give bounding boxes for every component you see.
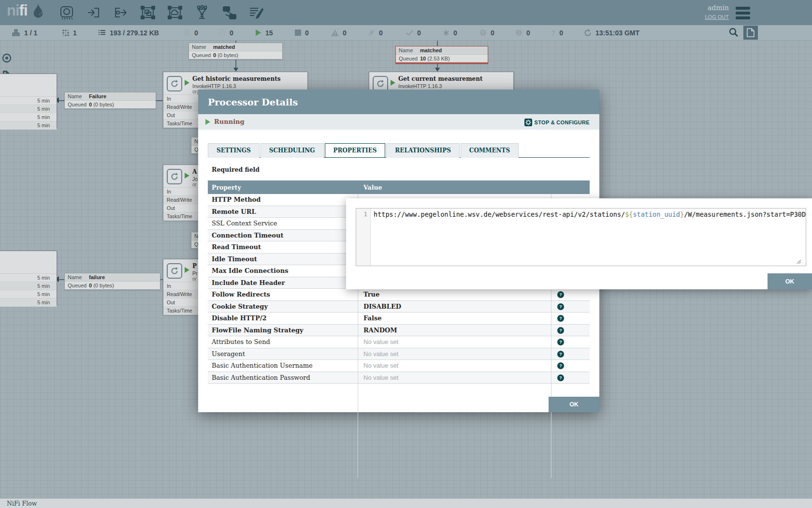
property-row: Follow Redirects?True [208, 289, 590, 301]
property-name: Follow Redirects [208, 291, 358, 298]
property-name: Basic Authentication Username [208, 362, 358, 369]
help-icon[interactable]: ? [557, 327, 564, 334]
property-row: Disable HTTP/2?False [208, 313, 590, 325]
property-value[interactable]: DISABLED [358, 303, 401, 310]
property-name: Useragent [208, 350, 358, 358]
dialog-title: Processor Details [208, 97, 298, 107]
tab-properties[interactable]: PROPERTIES [325, 143, 386, 158]
tab-relationships[interactable]: RELATIONSHIPS [386, 143, 459, 158]
property-name: SSL Context Service [208, 220, 358, 227]
help-icon[interactable]: ? [557, 374, 564, 381]
help-icon[interactable]: ? [557, 362, 564, 369]
stop-and-configure-button[interactable]: STOP & CONFIGURE [524, 119, 590, 126]
property-value[interactable]: No value set [358, 350, 398, 358]
help-icon[interactable]: ? [557, 315, 564, 322]
property-row: Useragent?No value set [208, 348, 590, 360]
property-name: Attributes to Send [208, 338, 358, 345]
required-field-note: Required field [212, 166, 260, 173]
stop-configure-icon [524, 119, 532, 126]
property-row: Attributes to Send?No value set [208, 336, 590, 348]
running-icon [205, 119, 210, 125]
help-icon[interactable]: ? [557, 291, 564, 298]
tab-scheduling[interactable]: SCHEDULING [261, 143, 324, 158]
property-value[interactable]: No value set [358, 362, 398, 369]
property-name: Include Date Header [208, 279, 358, 286]
tab-comments[interactable]: COMMENTS [461, 143, 519, 158]
remote-url-value[interactable]: https://www.pegelonline.wsv.de/webservic… [371, 209, 806, 266]
resize-handle-icon[interactable] [797, 259, 801, 264]
column-value: Value [358, 184, 382, 191]
column-property: Property [208, 184, 358, 191]
editor-ok-button[interactable]: OK [768, 273, 812, 289]
tab-settings[interactable]: SETTINGS [208, 143, 260, 158]
value-editor[interactable]: 1 https://www.pegelonline.wsv.de/webserv… [356, 208, 806, 266]
dialog-header: Processor Details [198, 90, 599, 114]
table-header: Property Value [208, 180, 590, 194]
property-name: HTTP Method [208, 196, 358, 203]
property-name: Basic Authentication Password [208, 374, 358, 381]
help-icon[interactable]: ? [557, 351, 564, 358]
property-name: Idle Timeout [208, 255, 358, 263]
property-name: Cookie Strategy [208, 303, 358, 310]
property-name: Disable HTTP/2 [208, 314, 358, 322]
property-name: FlowFile Naming Strategy [208, 327, 358, 334]
property-value[interactable]: False [358, 314, 381, 322]
help-icon[interactable]: ? [557, 339, 564, 345]
property-name: Read Timeout [208, 243, 358, 251]
property-row: FlowFile Naming Strategy?RANDOM [208, 325, 590, 337]
property-name: Connection Timeout [208, 232, 358, 239]
property-value[interactable]: No value set [358, 338, 398, 345]
run-status-row: Running STOP & CONFIGURE [198, 114, 599, 130]
property-name: Max Idle Connections [208, 267, 358, 274]
dialog-tabs: SETTINGS SCHEDULING PROPERTIES RELATIONS… [208, 143, 590, 158]
property-row: Basic Authentication Username?No value s… [208, 360, 590, 372]
property-value[interactable]: RANDOM [358, 327, 397, 334]
nifi-app: nifi [0, 0, 812, 508]
property-value[interactable]: True [358, 291, 379, 298]
property-row: Basic Authentication Password?No value s… [208, 372, 590, 384]
run-status-label: Running [214, 118, 245, 125]
dialog-ok-button[interactable]: OK [549, 397, 599, 412]
property-row: Cookie Strategy?DISABLED [208, 301, 590, 313]
line-number: 1 [356, 209, 371, 266]
property-value[interactable]: No value set [358, 374, 398, 381]
help-icon[interactable]: ? [557, 303, 564, 310]
property-name: Remote URL [208, 208, 358, 215]
value-editor-popup: 1 https://www.pegelonline.wsv.de/webserv… [346, 198, 812, 289]
